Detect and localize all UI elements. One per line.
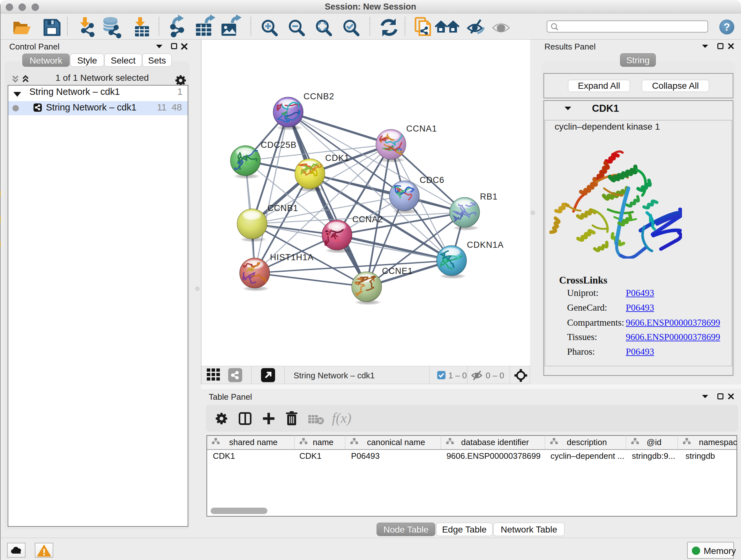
svg-text:CCNB1: CCNB1 (267, 203, 298, 213)
svg-text:RB1: RB1 (480, 192, 498, 201)
svg-text:CCNA2: CCNA2 (352, 214, 383, 224)
svg-text:CDC6: CDC6 (420, 175, 445, 185)
svg-text:HIST1H1A: HIST1H1A (270, 253, 314, 262)
svg-text:CDKN1A: CDKN1A (467, 240, 504, 250)
svg-text:CDK1: CDK1 (325, 153, 349, 163)
svg-text:CCNA1: CCNA1 (406, 124, 437, 133)
svg-text:CDC25B: CDC25B (261, 140, 297, 150)
svg-text:CCNE1: CCNE1 (382, 266, 413, 276)
svg-text:CCNB2: CCNB2 (304, 91, 334, 101)
